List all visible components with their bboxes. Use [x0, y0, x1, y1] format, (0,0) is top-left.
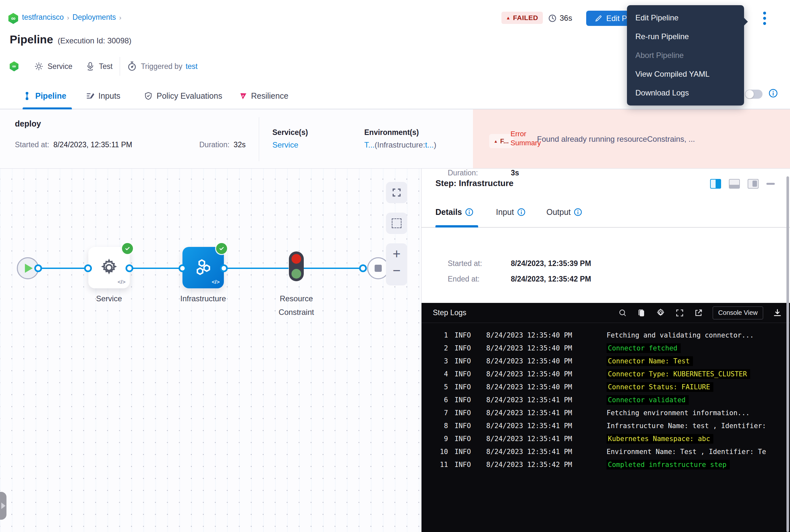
- active-tab-underline: [436, 225, 478, 228]
- panel-scrollbar[interactable]: [787, 176, 789, 532]
- log-settings-icon[interactable]: [656, 308, 666, 318]
- clock-icon: [548, 14, 557, 23]
- menu-item[interactable]: Abort Pipeline: [627, 46, 744, 65]
- step-logs-header: Step Logs Console View: [422, 303, 790, 323]
- chevron-right-icon: [1, 502, 5, 509]
- meta-test-label[interactable]: Test: [99, 62, 113, 71]
- log-fullscreen-icon[interactable]: [675, 308, 684, 318]
- resource-constraint-node[interactable]: [289, 251, 304, 281]
- log-line-number: 1: [433, 331, 448, 339]
- red-light-icon: [291, 254, 301, 264]
- triggered-by-label: Triggered by: [141, 62, 182, 71]
- pipeline-canvas[interactable]: </> </> Service Infrastructure ResourceC…: [0, 168, 421, 532]
- pipeline-options-menu: Edit Pipeline Re-run Pipeline Abort Pipe…: [627, 5, 744, 106]
- info-icon[interactable]: [768, 88, 778, 98]
- canvas-zoom-panel: + −: [386, 243, 407, 285]
- log-line-number: 9: [433, 435, 448, 443]
- log-line-number: 3: [433, 357, 448, 365]
- breadcrumb: testfrancisco › Deployments ›: [22, 13, 121, 22]
- page-title: Pipeline: [10, 33, 53, 46]
- tab-resilience[interactable]: Resilience: [238, 83, 288, 109]
- minimize-panel-icon[interactable]: [766, 183, 775, 185]
- log-search-icon[interactable]: [618, 308, 627, 318]
- detail-label: Ended at:: [448, 275, 511, 284]
- layout-split-bottom-icon[interactable]: [729, 179, 740, 189]
- environments-label: Environment(s): [364, 128, 419, 137]
- log-line-number: 11: [433, 461, 448, 469]
- log-level: INFO: [455, 331, 475, 339]
- detail-row: Started at: 8/24/2023, 12:35:39 PM: [448, 259, 591, 268]
- stage-name[interactable]: deploy: [15, 119, 41, 129]
- console-view-button[interactable]: Console View: [713, 306, 763, 319]
- pipeline-edge: [304, 268, 363, 269]
- services-label: Service(s): [272, 128, 308, 137]
- stopwatch-icon: [127, 61, 137, 72]
- menu-item[interactable]: Download Logs: [627, 83, 744, 102]
- log-level: INFO: [455, 344, 475, 352]
- canvas-select-button[interactable]: [386, 213, 407, 234]
- log-line-number: 4: [433, 370, 448, 378]
- log-level: INFO: [455, 422, 475, 430]
- node-label-resource-constraint: ResourceConstraint: [278, 294, 314, 317]
- breadcrumb-deployments[interactable]: Deployments: [73, 13, 116, 22]
- canvas-fullscreen-button[interactable]: [386, 182, 407, 203]
- info-icon: [517, 208, 526, 216]
- triggered-by-user[interactable]: test: [186, 62, 198, 71]
- infrastructure-step-node[interactable]: </>: [182, 247, 224, 288]
- info-icon: [465, 208, 474, 216]
- tab-output[interactable]: Output: [546, 207, 582, 217]
- log-line: 2 INFO 8/24/2023 12:35:40 PM Connector f…: [422, 342, 790, 355]
- step-details-panel: Step: Infrastructure Details Input Outpu…: [421, 168, 790, 532]
- more-options-button[interactable]: [759, 12, 769, 26]
- view-toggle-switch[interactable]: [745, 90, 763, 99]
- layout-floating-icon[interactable]: [748, 179, 758, 189]
- log-copy-icon[interactable]: [637, 308, 646, 318]
- status-text: FAILED: [513, 14, 538, 22]
- tab-resilience-label: Resilience: [251, 91, 288, 101]
- log-message: Fetching and validating connector...: [606, 331, 754, 339]
- warning-icon: ▲: [494, 139, 498, 144]
- log-timestamp: 8/24/2023 12:35:40 PM: [486, 331, 606, 339]
- log-line: 5 INFO 8/24/2023 12:35:40 PM Connector S…: [422, 381, 790, 394]
- log-timestamp: 8/24/2023 12:35:40 PM: [486, 370, 606, 378]
- connector-dot: [220, 264, 228, 272]
- code-glyph: </>: [212, 279, 220, 285]
- inputs-icon: [86, 92, 94, 100]
- breadcrumb-org[interactable]: testfrancisco: [22, 13, 64, 22]
- status-badge: ▲ FAILED: [501, 12, 543, 24]
- log-timestamp: 8/24/2023 12:35:41 PM: [486, 409, 606, 417]
- step-tabs: Details Input Output: [422, 204, 790, 228]
- layout-split-right-icon[interactable]: [710, 179, 721, 189]
- log-timestamp: 8/24/2023 12:35:41 PM: [486, 448, 606, 456]
- log-timestamp: 8/24/2023 12:35:40 PM: [486, 344, 606, 352]
- service-link[interactable]: Service: [272, 140, 298, 150]
- tab-details[interactable]: Details: [436, 207, 474, 217]
- log-open-external-icon[interactable]: [694, 308, 703, 318]
- environment-link[interactable]: T...: [364, 140, 374, 149]
- tab-input[interactable]: Input: [496, 207, 526, 217]
- tab-pipeline-label: Pipeline: [35, 91, 66, 101]
- connector-dot: [359, 264, 367, 272]
- log-message: Connector validated: [606, 395, 689, 405]
- log-download-icon[interactable]: [773, 308, 782, 318]
- meta-service-label[interactable]: Service: [47, 62, 73, 71]
- detail-row: Duration: 3s: [448, 169, 519, 177]
- harness-logo-icon: ∞: [8, 13, 18, 24]
- stage-summary-bar: deploy Started at: 8/24/2023, 12:35:11 P…: [0, 109, 790, 168]
- service-step-node[interactable]: </>: [88, 247, 130, 288]
- menu-item[interactable]: Re-run Pipeline: [627, 27, 744, 46]
- stage-duration: Duration: 32s: [199, 140, 246, 149]
- nav-expand-handle[interactable]: [0, 492, 6, 520]
- log-line-number: 8: [433, 422, 448, 430]
- infrastructure-link[interactable]: t...: [425, 140, 434, 149]
- zoom-out-button[interactable]: −: [386, 260, 407, 281]
- menu-item[interactable]: Edit Pipeline: [627, 8, 744, 27]
- tab-inputs[interactable]: Inputs: [86, 83, 120, 109]
- tab-pipeline[interactable]: Pipeline: [23, 83, 66, 109]
- menu-item[interactable]: View Compiled YAML: [627, 65, 744, 83]
- log-lines[interactable]: 1 INFO 8/24/2023 12:35:40 PM Fetching an…: [422, 329, 790, 471]
- tab-policy-evaluations[interactable]: Policy Evaluations: [144, 83, 222, 109]
- log-timestamp: 8/24/2023 12:35:40 PM: [486, 357, 606, 365]
- shield-check-icon: [144, 92, 153, 100]
- log-line: 7 INFO 8/24/2023 12:35:41 PM Fetching en…: [422, 406, 790, 419]
